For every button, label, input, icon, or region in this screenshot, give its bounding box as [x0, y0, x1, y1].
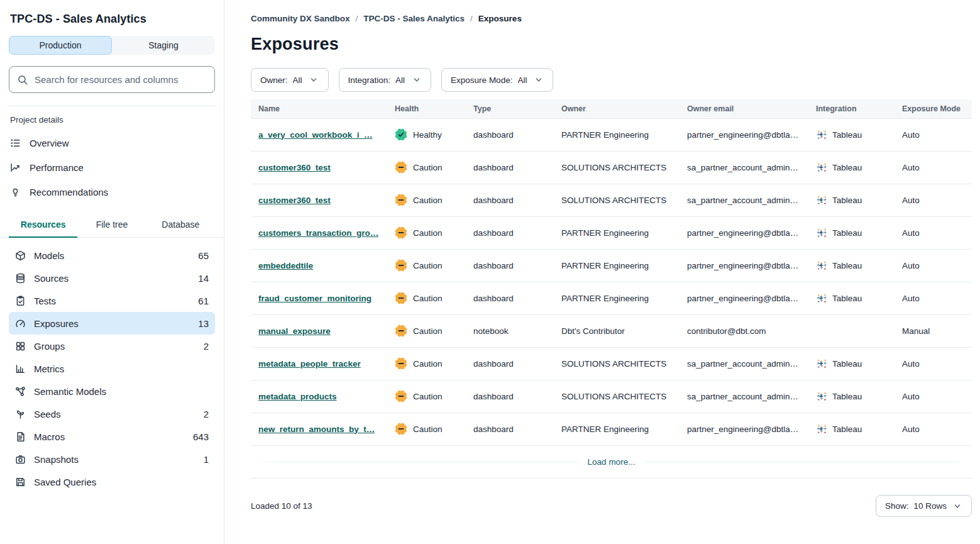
- sidebar-divider: [8, 106, 216, 106]
- health-label: Caution: [413, 294, 443, 303]
- health-cell-wrap: Caution: [387, 413, 466, 445]
- chevron-down-icon: [952, 501, 962, 511]
- health-status: Healthy: [395, 128, 461, 141]
- database-icon: [15, 273, 26, 284]
- breadcrumb-item-tpc-ds-sales-analytics[interactable]: TPC-DS - Sales Analytics: [363, 14, 465, 23]
- name-cell: new_return_amounts_by_t…: [251, 413, 387, 445]
- resource-label: Macros: [34, 431, 65, 442]
- load-more-link[interactable]: Load more...: [579, 457, 644, 467]
- resource-label: Sources: [34, 273, 69, 284]
- name-cell: customer360_test: [251, 184, 387, 216]
- resource-count: 65: [198, 250, 209, 261]
- resource-count: 61: [198, 296, 209, 306]
- clipboard-check-icon: [15, 296, 26, 306]
- owner-email-cell: partner_engineering@dbtla…: [680, 249, 808, 282]
- sidebar-item-performance[interactable]: Performance: [9, 155, 215, 180]
- exposure-name-link[interactable]: customers_transaction_gro…: [258, 228, 378, 238]
- exposure-name-link[interactable]: fraud_customer_monitoring: [258, 294, 372, 303]
- sidebar-item-saved-queries[interactable]: Saved Queries: [9, 470, 215, 493]
- exposures-table: NameHealthTypeOwnerOwner emailIntegratio…: [251, 99, 972, 446]
- sidebar-item-macros[interactable]: Macros643: [9, 425, 215, 448]
- exposure-mode-cell: Auto: [895, 380, 972, 413]
- exposure-name-link[interactable]: customer360_test: [258, 196, 331, 205]
- health-status: Caution: [395, 194, 461, 206]
- exposure-name-link[interactable]: new_return_amounts_by_t…: [258, 425, 375, 434]
- sidebar-item-exposures[interactable]: Exposures13: [9, 312, 215, 335]
- env-tab-staging[interactable]: Staging: [112, 36, 215, 55]
- exposure-name-link[interactable]: metadata_products: [258, 392, 337, 401]
- name-cell: customers_transaction_gro…: [251, 216, 387, 249]
- tab-database[interactable]: Database: [146, 213, 215, 238]
- tab-resources[interactable]: Resources: [9, 213, 77, 238]
- resource-label: Saved Queries: [34, 477, 96, 487]
- sidebar-item-models[interactable]: Models65: [9, 244, 215, 267]
- health-status: Caution: [395, 226, 461, 239]
- caution-badge-icon: [395, 226, 407, 239]
- integration-cell-wrap: Tableau: [808, 184, 895, 216]
- exposure-name-link[interactable]: customer360_test: [258, 163, 331, 172]
- filter-owner[interactable]: Owner:All: [251, 68, 329, 92]
- integration-label: Tableau: [832, 294, 862, 303]
- sidebar-item-overview[interactable]: Overview: [9, 131, 215, 155]
- sidebar-item-recommendations[interactable]: Recommendations: [9, 180, 215, 204]
- app-window: TPC-DS - Sales Analytics ProductionStagi…: [0, 0, 980, 544]
- integration: Tableau: [816, 194, 889, 206]
- search-input[interactable]: [35, 74, 207, 85]
- integration-label: Tableau: [832, 130, 862, 140]
- filter-value: All: [517, 75, 527, 85]
- integration: Tableau: [816, 227, 889, 238]
- filter-value: All: [395, 75, 405, 85]
- owner-email-cell: contributor@dbt.com: [680, 314, 808, 347]
- show-rows-dropdown[interactable]: Show: 10 Rows: [876, 495, 972, 517]
- filter-integration[interactable]: Integration:All: [339, 68, 432, 92]
- sidebar-item-semantic-models[interactable]: Semantic Models: [9, 380, 215, 402]
- health-status: Caution: [395, 292, 461, 304]
- exposure-name-link[interactable]: embeddedtile: [258, 261, 313, 270]
- sidebar-item-metrics[interactable]: Metrics: [9, 357, 215, 380]
- sidebar-item-sources[interactable]: Sources14: [9, 267, 215, 289]
- exposure-name-link[interactable]: metadata_people_tracker: [258, 359, 361, 369]
- integration-label: Tableau: [832, 196, 862, 205]
- exposure-mode-cell: Auto: [895, 118, 972, 151]
- exposure-name-link[interactable]: manual_exposure: [258, 326, 331, 336]
- breadcrumb-item-community-dx-sandbox[interactable]: Community DX Sandbox: [251, 14, 350, 23]
- owner-cell: Dbt's Contributor: [554, 314, 680, 347]
- health-cell-wrap: Caution: [387, 347, 466, 380]
- table-row: metadata_productsCautiondashboardSOLUTIO…: [251, 380, 972, 413]
- integration-label: Tableau: [832, 163, 862, 172]
- integration-cell-wrap: Tableau: [808, 118, 895, 151]
- owner-email-cell: partner_engineering@dbtla…: [680, 282, 808, 314]
- exposure-name-link[interactable]: a_very_cool_workbook_i_…: [258, 130, 373, 140]
- resource-label: Metrics: [34, 364, 64, 374]
- caution-badge-icon: [395, 259, 407, 272]
- table-header-row: NameHealthTypeOwnerOwner emailIntegratio…: [251, 99, 972, 118]
- tableau-icon: [816, 194, 827, 206]
- sidebar-item-seeds[interactable]: Seeds2: [9, 402, 215, 425]
- resource-count: 13: [198, 318, 209, 329]
- type-cell: notebook: [466, 314, 554, 347]
- sidebar-item-tests[interactable]: Tests61: [9, 289, 215, 312]
- filter-exposure-mode[interactable]: Exposure Mode:All: [441, 68, 553, 92]
- exposure-mode-cell: Auto: [895, 249, 972, 282]
- sidebar-item-groups[interactable]: Groups2: [9, 335, 215, 357]
- tab-file-tree[interactable]: File tree: [77, 213, 146, 238]
- integration-label: Tableau: [832, 425, 862, 434]
- health-status: Caution: [395, 259, 461, 272]
- integration-cell-wrap: Tableau: [808, 380, 895, 413]
- environment-toggle: ProductionStaging: [9, 36, 215, 55]
- health-cell-wrap: Caution: [387, 184, 466, 216]
- table-row: customer360_testCautiondashboardSOLUTION…: [251, 184, 972, 216]
- sidebar-item-snapshots[interactable]: Snapshots1: [9, 448, 215, 470]
- health-label: Caution: [413, 425, 443, 434]
- search-box[interactable]: [9, 66, 215, 93]
- main-content: Community DX Sandbox/TPC-DS - Sales Anal…: [224, 0, 980, 544]
- network-icon: [15, 386, 26, 397]
- resource-label: Models: [34, 250, 64, 261]
- integration: Tableau: [816, 391, 889, 402]
- resource-label: Exposures: [34, 318, 79, 329]
- integration: Tableau: [816, 423, 889, 435]
- filter-label: Owner:: [260, 75, 288, 85]
- project-details-label: Project details: [10, 115, 215, 125]
- seedling-icon: [15, 409, 26, 419]
- env-tab-production[interactable]: Production: [9, 36, 112, 55]
